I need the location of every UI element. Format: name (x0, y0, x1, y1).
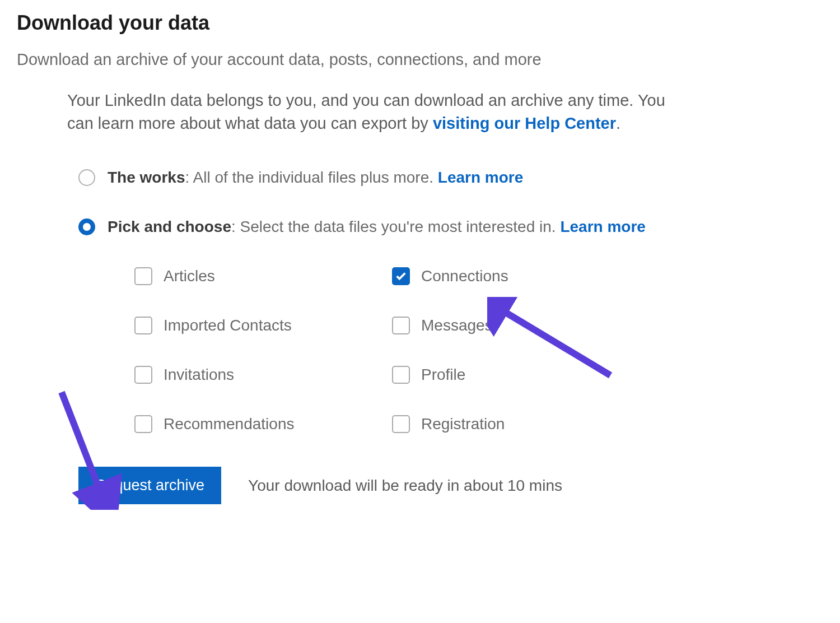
checkbox-invitations[interactable] (134, 366, 152, 384)
radio-label-works: The works: All of the individual files p… (108, 169, 523, 187)
intro-text: Your LinkedIn data belongs to you, and y… (67, 89, 678, 135)
checkbox-item-invitations[interactable]: Invitations (134, 366, 392, 384)
page-title: Download your data (17, 11, 823, 35)
checkbox-articles[interactable] (134, 267, 152, 285)
check-icon (395, 270, 407, 282)
checkbox-registration[interactable] (392, 415, 410, 433)
radio-pick-desc: : Select the data files you're most inte… (231, 218, 560, 235)
checkbox-item-messages[interactable]: Messages (392, 317, 650, 334)
radio-works-bold: The works (108, 169, 185, 186)
checkbox-profile[interactable] (392, 366, 410, 384)
radio-the-works[interactable]: The works: All of the individual files p… (78, 169, 823, 187)
radio-pick-and-choose[interactable]: Pick and choose: Select the data files y… (78, 218, 823, 236)
checkbox-label-connections: Connections (421, 267, 508, 285)
checkbox-item-profile[interactable]: Profile (392, 366, 650, 384)
checkbox-grid: Articles Connections Imported Contacts M… (17, 267, 823, 433)
checkbox-label-recommendations: Recommendations (164, 415, 294, 433)
checkbox-label-imported-contacts: Imported Contacts (164, 317, 292, 334)
radio-label-pick: Pick and choose: Select the data files y… (108, 218, 646, 236)
checkbox-item-articles[interactable]: Articles (134, 267, 392, 285)
checkbox-label-invitations: Invitations (164, 366, 234, 384)
download-status-text: Your download will be ready in about 10 … (248, 477, 562, 495)
learn-more-works-link[interactable]: Learn more (438, 169, 524, 186)
checkbox-connections[interactable] (392, 267, 410, 285)
radio-works-desc: : All of the individual files plus more. (185, 169, 437, 186)
help-center-link[interactable]: visiting our Help Center (433, 114, 616, 132)
checkbox-item-connections[interactable]: Connections (392, 267, 650, 285)
checkbox-item-recommendations[interactable]: Recommendations (134, 415, 392, 433)
checkbox-item-imported-contacts[interactable]: Imported Contacts (134, 317, 392, 334)
checkbox-label-messages: Messages (421, 317, 493, 334)
radio-button-works[interactable] (78, 169, 95, 186)
action-row: Request archive Your download will be re… (17, 467, 823, 504)
checkbox-messages[interactable] (392, 317, 410, 334)
checkbox-label-profile: Profile (421, 366, 465, 384)
page-subtitle: Download an archive of your account data… (17, 50, 823, 69)
intro-block: Your LinkedIn data belongs to you, and y… (17, 89, 678, 135)
radio-button-pick[interactable] (78, 218, 95, 235)
checkbox-imported-contacts[interactable] (134, 317, 152, 334)
checkbox-item-registration[interactable]: Registration (392, 415, 650, 433)
radio-pick-bold: Pick and choose (108, 218, 231, 235)
checkbox-label-registration: Registration (421, 415, 505, 433)
radio-group: The works: All of the individual files p… (17, 169, 823, 236)
checkbox-label-articles: Articles (164, 267, 215, 285)
intro-text-after: . (616, 114, 620, 132)
learn-more-pick-link[interactable]: Learn more (560, 218, 646, 235)
checkbox-recommendations[interactable] (134, 415, 152, 433)
request-archive-button[interactable]: Request archive (78, 467, 221, 504)
